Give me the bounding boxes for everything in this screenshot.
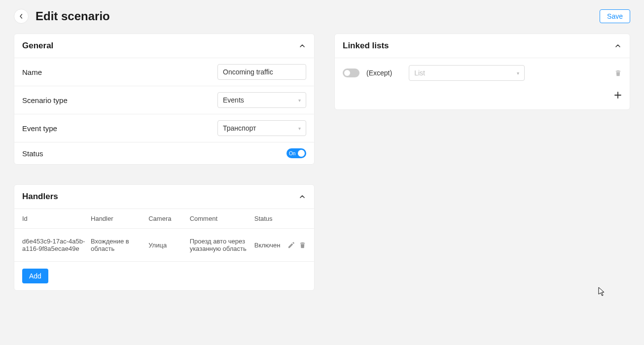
- handlers-card: Handlers Id Handler Camera Comment Statu…: [14, 184, 315, 291]
- list-placeholder: List: [414, 69, 425, 77]
- col-handler: Handler: [91, 215, 148, 222]
- trash-icon: [614, 69, 622, 77]
- name-input[interactable]: [217, 64, 306, 80]
- general-title: General: [22, 41, 53, 51]
- chevron-down-icon: ▾: [298, 126, 301, 131]
- scenario-type-select[interactable]: Events ▾: [217, 92, 306, 108]
- scenario-type-label: Scenario type: [22, 96, 68, 104]
- chevron-down-icon: ▾: [517, 70, 519, 76]
- page-header: Edit scenario Save: [14, 9, 630, 24]
- pencil-icon: [287, 242, 295, 249]
- event-type-select[interactable]: Транспорт ▾: [217, 120, 306, 136]
- status-toggle[interactable]: On: [286, 148, 306, 158]
- linked-title: Linked lists: [343, 41, 389, 51]
- col-status: Status: [254, 215, 287, 222]
- general-card: General Name Scenario type Events ▾: [14, 34, 315, 165]
- except-toggle[interactable]: [343, 69, 359, 77]
- chevron-up-icon: [299, 193, 306, 200]
- plus-icon: [614, 91, 622, 99]
- cell-id: d6e453c9-17ac-4a5b-a116-9f8a5ecae49e: [22, 238, 91, 252]
- add-handler-button[interactable]: Add: [22, 269, 48, 283]
- handlers-title: Handlers: [22, 192, 58, 202]
- cell-handler: Вхождение в область: [91, 238, 148, 252]
- delete-button[interactable]: [299, 242, 306, 249]
- status-toggle-label: On: [286, 151, 298, 156]
- event-type-value: Транспорт: [223, 124, 256, 132]
- table-row: d6e453c9-17ac-4a5b-a116-9f8a5ecae49e Вхо…: [14, 229, 314, 262]
- col-id: Id: [22, 215, 91, 222]
- edit-button[interactable]: [287, 242, 295, 249]
- cell-status: Включен: [254, 242, 287, 249]
- event-type-label: Event type: [22, 124, 57, 133]
- chevron-down-icon: ▾: [298, 98, 301, 103]
- col-camera: Camera: [148, 215, 189, 222]
- collapse-handlers[interactable]: [298, 193, 306, 201]
- delete-linked-button[interactable]: [614, 69, 622, 77]
- col-comment: Comment: [190, 215, 254, 222]
- scenario-type-value: Events: [223, 96, 244, 104]
- chevron-left-icon: [19, 14, 24, 19]
- list-select[interactable]: List ▾: [409, 65, 525, 81]
- cell-camera: Улица: [148, 242, 189, 249]
- back-button[interactable]: [14, 9, 29, 24]
- add-linked-button[interactable]: [614, 91, 622, 101]
- chevron-up-icon: [614, 42, 621, 49]
- collapse-linked[interactable]: [614, 42, 622, 50]
- toggle-knob: [298, 150, 305, 157]
- toggle-knob: [344, 70, 350, 76]
- page-title: Edit scenario: [36, 9, 110, 23]
- save-button[interactable]: Save: [600, 9, 630, 23]
- status-label: Status: [22, 149, 43, 158]
- linked-lists-card: Linked lists (Except) List ▾: [334, 34, 630, 110]
- chevron-up-icon: [299, 42, 306, 49]
- name-label: Name: [22, 68, 42, 76]
- handlers-table-head: Id Handler Camera Comment Status: [14, 209, 314, 229]
- cell-comment: Проезд авто через указанную область: [190, 238, 254, 252]
- collapse-general[interactable]: [298, 42, 306, 50]
- except-label: (Except): [366, 69, 392, 77]
- trash-icon: [299, 242, 306, 249]
